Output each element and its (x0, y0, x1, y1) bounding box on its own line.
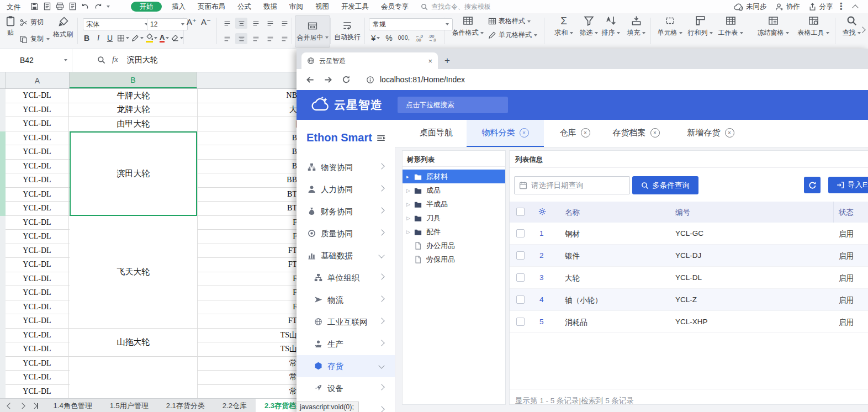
redo-icon[interactable] (94, 2, 102, 10)
number-format-select[interactable]: 常规 (369, 18, 453, 30)
col-name[interactable]: 名称 (565, 208, 580, 218)
ribbon-worksheet-button[interactable]: 工作表 (712, 15, 749, 38)
share-button[interactable]: 分享 (819, 2, 833, 12)
cell-b[interactable]: 飞天大轮 (70, 216, 197, 329)
cell-a[interactable]: YCL-DL (6, 89, 69, 103)
cell-c-fragment[interactable]: B (198, 160, 297, 173)
import-excel-button[interactable]: 导入Excel (828, 177, 868, 193)
cell-a[interactable]: YCL-DL (6, 230, 69, 244)
cell-c-fragment[interactable]: F (198, 286, 297, 300)
bold-button[interactable]: B (82, 34, 92, 43)
tab-仓库[interactable]: 仓库× (552, 120, 597, 146)
cell-c-fragment[interactable]: F (198, 230, 297, 244)
preview-icon[interactable] (68, 2, 77, 10)
sidebar-item-基础数据[interactable]: 基础数据 (297, 245, 395, 267)
cell-c-fragment[interactable]: F (198, 216, 297, 230)
sidebar-item-存货[interactable]: 存货 (297, 355, 395, 377)
sidebar-item-质量协同[interactable]: 质量协同 (297, 223, 395, 245)
app-header-search[interactable]: 点击下拉框搜索 (398, 97, 508, 113)
font-size-select[interactable]: 12 (147, 18, 188, 30)
row-checkbox[interactable] (516, 251, 525, 260)
cell-a[interactable]: YCL-DL (6, 329, 69, 342)
cell-a[interactable]: YCL-DL (6, 272, 69, 286)
refresh-button[interactable] (804, 177, 821, 193)
ribbon-freeze-panes-button[interactable]: 冻结窗格 (754, 15, 792, 38)
cell-a[interactable]: YCL-DL (6, 342, 69, 356)
menu-file[interactable]: 文件 (7, 3, 20, 12)
cell-c-fragment[interactable]: | (198, 117, 297, 131)
tree-item-办公用品[interactable]: 办公用品 (403, 239, 505, 252)
tab-close-icon[interactable]: × (428, 57, 432, 65)
tree-item-原材料[interactable]: ▸原材料 (403, 170, 505, 183)
cell-c-fragment[interactable]: 常 (198, 371, 297, 384)
cell-a[interactable]: YCL-DL (6, 188, 69, 202)
cell-a[interactable]: YCL-DL (6, 103, 69, 117)
sidebar-item-物资协同[interactable]: 物资协同 (297, 156, 395, 178)
row-checkbox[interactable] (516, 229, 525, 237)
multi-condition-query-button[interactable]: 多条件查询 (632, 176, 698, 194)
tab-存货档案[interactable]: 存货档案× (606, 120, 666, 146)
cell-style-button[interactable]: 单元格样式 (488, 30, 537, 40)
cell-c-fragment[interactable]: 常 (198, 385, 297, 399)
table-style-button[interactable]: 表格样式 (488, 17, 537, 26)
decrease-decimal-button[interactable]: ←.0.00 (415, 34, 423, 42)
h-align-1-icon[interactable] (235, 33, 247, 44)
back-icon[interactable] (305, 75, 315, 84)
cell-a[interactable]: YCL-DL (6, 258, 69, 272)
cell-c-fragment[interactable]: F (198, 300, 297, 314)
fill-color-button[interactable] (146, 33, 157, 43)
v-align-1-icon[interactable] (235, 18, 247, 29)
cell-c-fragment[interactable]: BT (198, 202, 297, 215)
col-status[interactable]: 状态 (839, 208, 854, 218)
col-code[interactable]: 编号 (675, 208, 690, 218)
cell-a[interactable]: YCL-DL (6, 371, 69, 384)
collapse-ribbon-icon[interactable] (852, 4, 858, 10)
site-info-icon[interactable] (366, 76, 374, 84)
cell-c-fragment[interactable]: FT (198, 314, 297, 328)
tree-item-刀具[interactable]: ▷刀具 (403, 211, 505, 225)
quick-access-toolbar[interactable] (30, 2, 110, 10)
cell-a[interactable]: YCL-DL (6, 173, 69, 187)
eraser-button[interactable] (171, 34, 183, 42)
quick-access-dropdown-icon[interactable] (107, 6, 110, 8)
cell-b[interactable] (70, 357, 197, 399)
h-align-4-icon[interactable] (278, 33, 290, 44)
more-menu-icon[interactable]: ••• (840, 2, 841, 10)
cell-b[interactable]: 山拖大轮 (70, 329, 197, 357)
command-search[interactable]: 查找命令、搜索模板 (421, 2, 491, 12)
print-icon[interactable] (56, 2, 64, 10)
date-input[interactable]: 请选择日期查询 (514, 176, 630, 194)
tree-caret-icon[interactable]: ▷ (406, 202, 412, 207)
cell-a[interactable]: YCL-DL (6, 300, 69, 314)
tab-close-icon[interactable]: × (650, 128, 660, 138)
ribbon-conditional-format-button[interactable]: 条件格式 (449, 15, 486, 38)
tree-caret-icon[interactable]: ▷ (406, 188, 412, 193)
sidebar-item-生产[interactable]: 生产 (297, 333, 395, 355)
sidebar-item-物流[interactable]: 物流 (297, 289, 395, 311)
italic-button[interactable]: I (94, 34, 103, 43)
reload-icon[interactable] (342, 75, 351, 84)
cell-a[interactable]: YCL-DL (6, 314, 69, 328)
sheet-tab-3[interactable]: 2.2仓库 (214, 399, 256, 412)
cell-b[interactable]: 由甲大轮 (70, 117, 197, 131)
menu-item-0[interactable]: 插入 (166, 2, 192, 12)
fx-icon[interactable]: fx (112, 55, 118, 64)
cell-a[interactable]: YCL-DL (6, 160, 69, 173)
menu-item-2[interactable]: 公式 (231, 2, 257, 12)
ribbon-table-tools-button[interactable]: 表格工具 (795, 15, 832, 38)
export-icon[interactable] (43, 2, 51, 10)
decrease-font-icon[interactable]: A⁻ (201, 17, 211, 27)
sidebar-toggle-icon[interactable] (376, 133, 386, 143)
cell-c-fragment[interactable]: BT (198, 188, 297, 202)
column-header-b[interactable]: B (70, 72, 197, 88)
menu-item-4[interactable]: 审阅 (283, 2, 309, 12)
sheet-prev-icon[interactable] (7, 403, 13, 409)
sidebar-item-工业互联网[interactable]: 工业互联网 (297, 311, 395, 333)
tree-caret-icon[interactable]: ▷ (406, 229, 412, 235)
cell-b[interactable]: 龙牌大轮 (70, 103, 197, 118)
menu-item-3[interactable]: 数据 (257, 2, 283, 12)
cell-a[interactable]: YCL-DL (6, 357, 69, 371)
cell-b-selected[interactable]: 滨田大轮 (70, 131, 197, 216)
wrap-text-button[interactable]: 自动换行 (332, 15, 362, 46)
cell-a[interactable]: YCL-DL (6, 131, 69, 145)
